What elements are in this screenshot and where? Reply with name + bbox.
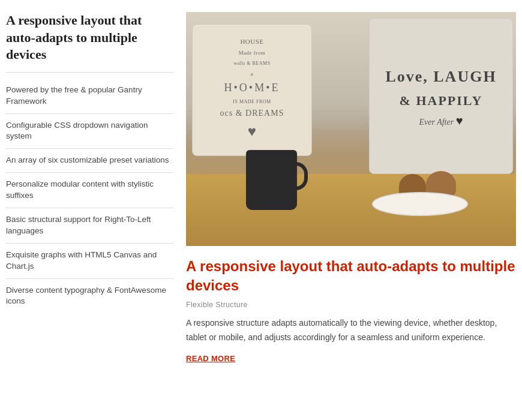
main-content: HOUSE Made from walls & BEAMS a H•O•M•E … (186, 12, 516, 364)
sidebar-item-1-label: Powered by the free & popular Gantry Fra… (6, 85, 142, 106)
sidebar-item-3: An array of six customizable preset vari… (6, 149, 174, 173)
sidebar-item-4: Personalize modular content with stylist… (6, 173, 174, 208)
article-body: A responsive structure adapts automatica… (186, 316, 516, 345)
sidebar-item-5-label: Basic structural support for Right-To-Le… (6, 215, 151, 235)
sidebar-item-7-label: Diverse content typography & FontAwesome… (6, 286, 166, 306)
pillow-left-text: HOUSE Made from walls & BEAMS a H•O•M•E … (220, 37, 284, 143)
article-image: HOUSE Made from walls & BEAMS a H•O•M•E … (186, 12, 516, 246)
sidebar-title: A responsive layout that auto-adapts to … (6, 12, 174, 64)
page-wrapper: A responsive layout that auto-adapts to … (0, 0, 522, 376)
pillow-right-subtext: Ever After ♥ (419, 114, 463, 128)
article-subtitle: Flexible Structure (186, 301, 516, 309)
article-title: A responsive layout that auto-adapts to … (186, 257, 516, 296)
table-surface (186, 174, 516, 246)
sidebar-item-1: Powered by the free & popular Gantry Fra… (6, 79, 174, 114)
sidebar-item-5: Basic structural support for Right-To-Le… (6, 208, 174, 244)
sidebar: A responsive layout that auto-adapts to … (6, 12, 174, 364)
plate (372, 192, 468, 216)
sidebar-item-4-label: Personalize modular content with stylist… (6, 179, 154, 200)
pillow-left: HOUSE Made from walls & BEAMS a H•O•M•E … (192, 24, 312, 156)
sidebar-item-7: Diverse content typography & FontAwesome… (6, 279, 174, 314)
sidebar-item-2-label: Configurable CSS dropdown navigation sys… (6, 121, 148, 141)
pillow-right-text: Love, LAUGH & HAPPILY (385, 65, 496, 112)
sidebar-item-3-label: An array of six customizable preset vari… (6, 155, 169, 164)
coffee-mug (246, 150, 297, 210)
sidebar-item-2: Configurable CSS dropdown navigation sys… (6, 114, 174, 149)
read-more-link[interactable]: READ MORE (186, 354, 235, 363)
article-image-bg: HOUSE Made from walls & BEAMS a H•O•M•E … (186, 12, 516, 246)
sidebar-item-6: Exquisite graphs with HTML5 Canvas and C… (6, 244, 174, 279)
sidebar-item-6-label: Exquisite graphs with HTML5 Canvas and C… (6, 250, 157, 271)
sidebar-divider (6, 72, 174, 73)
pillow-right: Love, LAUGH & HAPPILY Ever After ♥ (369, 18, 513, 174)
